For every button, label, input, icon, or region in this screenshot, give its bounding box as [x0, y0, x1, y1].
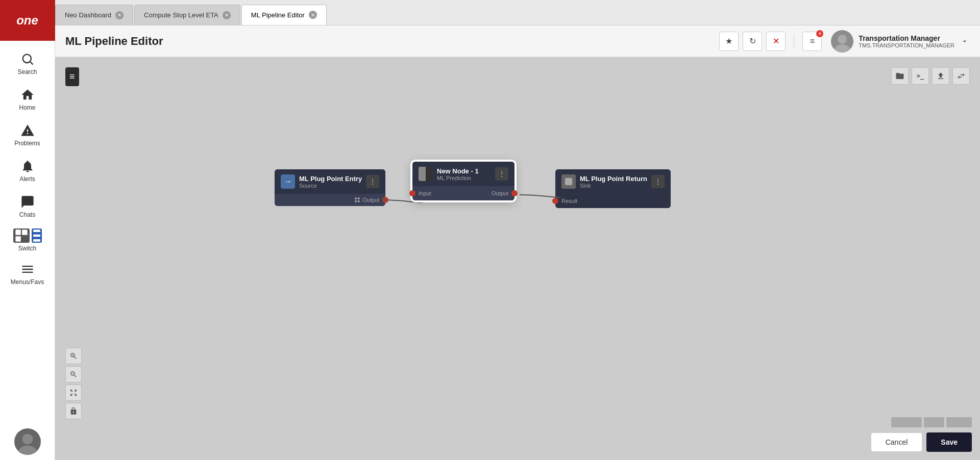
user-dropdown-button[interactable]	[960, 36, 970, 46]
header-divider	[794, 34, 794, 49]
svg-point-9	[18, 446, 36, 455]
swap-button[interactable]	[952, 67, 970, 85]
refresh-button[interactable]: ↻	[743, 32, 762, 51]
node-prediction-subtitle: ML Prediction	[437, 175, 491, 181]
node-return-icon	[561, 174, 576, 189]
sidebar-item-search[interactable]: Search	[0, 46, 55, 82]
tab-neo-dashboard[interactable]: Neo Dashboard ✕	[55, 5, 133, 25]
save-button[interactable]: Save	[926, 432, 972, 452]
cancel-button[interactable]: Cancel	[871, 432, 923, 452]
tab-compute-stop[interactable]: Compute Stop Level ETA ✕	[134, 5, 240, 25]
tab-bar: Neo Dashboard ✕ Compute Stop Level ETA ✕…	[55, 0, 980, 25]
node-prediction[interactable]: New Node - 1 ML Prediction ⋮ Input Outpu…	[412, 162, 514, 200]
refresh-icon: ↻	[749, 36, 756, 46]
svg-line-1	[30, 62, 33, 64]
notification-badge: ●	[816, 30, 823, 37]
node-entry[interactable]: → ML Plug Point Entry Source ⋮ Output	[275, 169, 385, 206]
lock-button[interactable]	[65, 403, 82, 419]
open-folder-button[interactable]	[891, 67, 909, 85]
page-title: ML Pipeline Editor	[65, 35, 719, 48]
close-icon: ✕	[773, 36, 779, 46]
sidebar-item-alerts-label: Alerts	[19, 175, 35, 183]
tab-compute-stop-close[interactable]: ✕	[223, 11, 231, 19]
svg-rect-5	[33, 229, 40, 232]
sidebar: one Search Home Problems Alerts Chats	[0, 0, 55, 460]
sidebar-item-alerts[interactable]: Alerts	[0, 153, 55, 189]
connections-layer	[55, 57, 980, 460]
zoom-controls	[65, 348, 82, 419]
menu-lines-icon: ≡	[810, 37, 815, 46]
sidebar-bottom	[0, 428, 55, 460]
warning-icon	[20, 123, 35, 138]
sidebar-item-search-label: Search	[17, 68, 37, 75]
node-return-result-label: Result	[561, 198, 577, 204]
favorite-button[interactable]: ★	[719, 32, 739, 51]
node-prediction-menu-button[interactable]: ⋮	[495, 167, 508, 181]
node-return-title: ML Plug Point Return	[580, 175, 647, 183]
sidebar-item-switch-label: Switch	[18, 245, 36, 252]
sidebar-item-switch[interactable]: Switch	[0, 224, 55, 256]
mini-rect-2	[924, 417, 944, 427]
header-actions: ★ ↻ ✕ ≡ ● Transporta	[719, 30, 970, 53]
tab-neo-dashboard-close[interactable]: ✕	[115, 11, 124, 19]
app-logo[interactable]: one	[0, 0, 55, 41]
node-prediction-output-port[interactable]	[511, 190, 518, 196]
node-prediction-output-label: Output	[492, 190, 508, 196]
node-prediction-title-area: New Node - 1 ML Prediction	[437, 167, 491, 181]
node-entry-title-area: ML Plug Point Entry Source	[299, 175, 362, 189]
switch-right-icon	[32, 228, 42, 243]
node-return[interactable]: ML Plug Point Return Sink ⋮ Result	[555, 169, 671, 208]
sidebar-item-chats-label: Chats	[19, 211, 35, 218]
home-icon	[20, 88, 35, 102]
terminal-icon: >_	[917, 72, 924, 80]
user-details: Transportation Manager TMS.TRANSPORTATIO…	[859, 34, 954, 48]
tab-ml-pipeline-label: ML Pipeline Editor	[251, 11, 305, 19]
svg-point-8	[22, 433, 33, 444]
node-entry-header: → ML Plug Point Entry Source ⋮	[275, 169, 385, 194]
node-entry-output-port[interactable]	[382, 197, 388, 203]
switch-left-icon	[13, 228, 30, 243]
svg-rect-3	[22, 229, 27, 235]
sidebar-item-chats[interactable]: Chats	[0, 189, 55, 224]
canvas-area[interactable]: ≡ >_	[55, 57, 980, 460]
sidebar-user-avatar[interactable]	[14, 428, 41, 455]
canvas-bottom-right: Cancel Save	[871, 417, 972, 452]
node-entry-subtitle: Source	[299, 183, 362, 189]
zoom-out-button[interactable]	[65, 366, 82, 382]
grid-icon	[354, 197, 360, 203]
header: ML Pipeline Editor ★ ↻ ✕ ≡ ●	[55, 25, 980, 57]
node-return-input-port[interactable]	[552, 198, 558, 204]
node-return-subtitle: Sink	[580, 183, 647, 189]
sidebar-item-menus[interactable]: Menus/Favs	[0, 256, 55, 292]
node-prediction-header: New Node - 1 ML Prediction ⋮	[412, 162, 514, 186]
svg-point-10	[838, 35, 847, 44]
node-prediction-input-label: Input	[419, 190, 431, 196]
bell-icon	[20, 159, 35, 173]
canvas-list-button[interactable]: ≡	[65, 67, 79, 86]
fit-view-button[interactable]	[65, 385, 82, 401]
zoom-in-button[interactable]	[65, 348, 82, 364]
tab-ml-pipeline[interactable]: ML Pipeline Editor ✕	[241, 5, 327, 25]
terminal-button[interactable]: >_	[912, 67, 929, 85]
node-prediction-input-port[interactable]	[409, 190, 415, 196]
sidebar-item-home[interactable]: Home	[0, 82, 55, 117]
svg-rect-2	[15, 229, 20, 235]
user-avatar	[831, 30, 853, 53]
close-button[interactable]: ✕	[766, 32, 786, 51]
canvas-toolbar-right: >_	[891, 67, 970, 85]
notifications-menu-button[interactable]: ≡ ●	[802, 32, 822, 51]
node-return-title-area: ML Plug Point Return Sink	[580, 175, 647, 189]
sidebar-item-home-label: Home	[19, 104, 35, 111]
list-icon: ≡	[69, 71, 75, 82]
node-entry-menu-button[interactable]: ⋮	[366, 175, 379, 188]
sidebar-item-problems[interactable]: Problems	[0, 117, 55, 153]
svg-point-0	[22, 55, 31, 63]
sidebar-item-problems-label: Problems	[14, 140, 40, 147]
upload-button[interactable]	[932, 67, 949, 85]
tab-ml-pipeline-close[interactable]: ✕	[309, 11, 317, 19]
node-return-header: ML Plug Point Return Sink ⋮	[555, 169, 671, 194]
node-return-menu-button[interactable]: ⋮	[651, 175, 665, 188]
sidebar-item-menus-label: Menus/Favs	[11, 278, 44, 286]
node-prediction-icon	[419, 167, 433, 181]
chat-icon	[20, 195, 35, 209]
